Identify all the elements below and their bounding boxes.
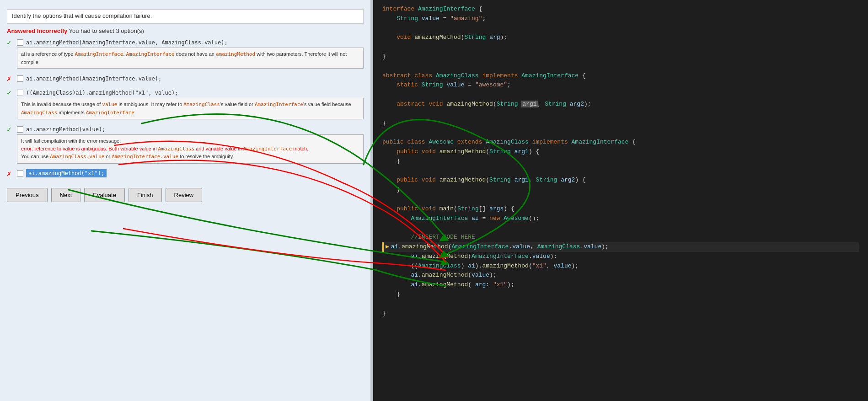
code-line-8: abstract class AmazingClass implements A…: [382, 71, 859, 81]
option-code-5[interactable]: ai.amazingMethod("x1");: [26, 169, 107, 177]
code-line-4: void amazingMethod(String arg);: [382, 33, 859, 43]
code-line-15: public class Awesome extends AmazingClas…: [382, 138, 859, 147]
code-line-33: }: [382, 309, 859, 319]
code-line-14: [382, 128, 859, 138]
code-line-6: }: [382, 52, 859, 62]
code-line-13: }: [382, 119, 859, 128]
question-text: Identify the options that will cause com…: [7, 9, 364, 24]
explanation-3: This is invalid because the usage of val…: [17, 98, 364, 119]
code-line-25: //INSERT CODE HERE: [382, 233, 859, 242]
explanation-4: It will fail compilation with the error …: [17, 134, 364, 164]
code-line-3: [382, 24, 859, 33]
option-code-2[interactable]: ai.amazingMethod(AmazingInterface.value)…: [26, 75, 161, 82]
code-line-28: ((AmazingClass) ai).amazingMethod("x1", …: [382, 262, 859, 271]
code-line-16: public void amazingMethod(String arg1) {: [382, 147, 859, 157]
question-label: Identify the options that will cause com…: [12, 12, 152, 19]
checkbox-3[interactable]: [17, 90, 23, 96]
button-row: Previous Next Evaluate Finish Review: [7, 188, 364, 202]
code-line-17: }: [382, 157, 859, 166]
code-line-7: [382, 62, 859, 71]
previous-button[interactable]: Previous: [7, 188, 48, 202]
code-line-9: static String value = "awesome";: [382, 80, 859, 90]
code-line-26: ▶ai.amazingMethod(AmazingInterface.value…: [382, 242, 859, 252]
result-note: You had to select 3 option(s): [69, 27, 144, 34]
code-line-30: ai.amazingMethod( arg: "x1");: [382, 280, 859, 290]
result-text: Answered Incorrectly You had to select 3…: [7, 27, 364, 34]
option-row-3: ✓ ((AmazingClass)ai).amazingMethod("x1",…: [7, 88, 364, 119]
check-5: ✗: [7, 169, 14, 178]
code-line-11: abstract void amazingMethod(String arg1,…: [382, 100, 859, 109]
option-row-1: ✓ ai.amazingMethod(AmazingInterface.valu…: [7, 38, 364, 69]
option-row-2: ✗ ai.amazingMethod(AmazingInterface.valu…: [7, 74, 364, 83]
check-2: ✗: [7, 74, 14, 83]
code-line-2: String value = "amazing";: [382, 14, 859, 24]
left-panel: Identify the options that will cause com…: [0, 0, 370, 401]
code-line-18: [382, 166, 859, 176]
option-line-3: ✓ ((AmazingClass)ai).amazingMethod("x1",…: [7, 88, 364, 97]
code-line-31: }: [382, 290, 859, 299]
checkbox-2[interactable]: [17, 75, 23, 82]
option-code-4[interactable]: ai.amazingMethod(value);: [26, 126, 105, 133]
explanation-1: ai is a reference of type AmazingInterfa…: [17, 48, 364, 69]
check-3: ✓: [7, 88, 14, 97]
option-row-5: ✗ ai.amazingMethod("x1");: [7, 169, 364, 178]
option-row-4: ✓ ai.amazingMethod(value); It will fail …: [7, 125, 364, 164]
option-line-4: ✓ ai.amazingMethod(value);: [7, 125, 364, 134]
code-line-20: }: [382, 185, 859, 195]
option-code-1[interactable]: ai.amazingMethod(AmazingInterface.value,…: [26, 39, 228, 46]
code-line-29: ai.amazingMethod(value);: [382, 271, 859, 280]
code-line-19: public void amazingMethod(String arg1, S…: [382, 176, 859, 185]
next-button[interactable]: Next: [51, 188, 81, 202]
check-4: ✓: [7, 125, 14, 134]
result-label: Answered Incorrectly: [7, 27, 67, 34]
option-line-5: ✗ ai.amazingMethod("x1");: [7, 169, 364, 178]
code-line-5: [382, 43, 859, 52]
code-line-1: interface AmazingInterface {: [382, 5, 859, 14]
checkbox-5[interactable]: [17, 170, 23, 176]
code-line-23: AmazingInterface ai = new Awesome();: [382, 214, 859, 224]
code-line-10: [382, 90, 859, 100]
option-line-2: ✗ ai.amazingMethod(AmazingInterface.valu…: [7, 74, 364, 83]
finish-button[interactable]: Finish: [129, 188, 162, 202]
code-line-21: [382, 195, 859, 204]
checkbox-1[interactable]: [17, 39, 23, 46]
code-line-12: [382, 109, 859, 119]
review-button[interactable]: Review: [166, 188, 203, 202]
code-line-32: [382, 299, 859, 309]
code-line-22: public void main(String[] args) {: [382, 204, 859, 214]
code-line-27: ai.amazingMethod(AmazingInterface.value)…: [382, 252, 859, 262]
check-1: ✓: [7, 38, 14, 47]
evaluate-button[interactable]: Evaluate: [84, 188, 125, 202]
code-line-24: [382, 223, 859, 233]
option-line-1: ✓ ai.amazingMethod(AmazingInterface.valu…: [7, 38, 364, 47]
checkbox-4[interactable]: [17, 126, 23, 133]
option-code-3[interactable]: ((AmazingClass)ai).amazingMethod("x1", v…: [26, 90, 178, 96]
code-editor[interactable]: interface AmazingInterface { String valu…: [373, 0, 868, 401]
